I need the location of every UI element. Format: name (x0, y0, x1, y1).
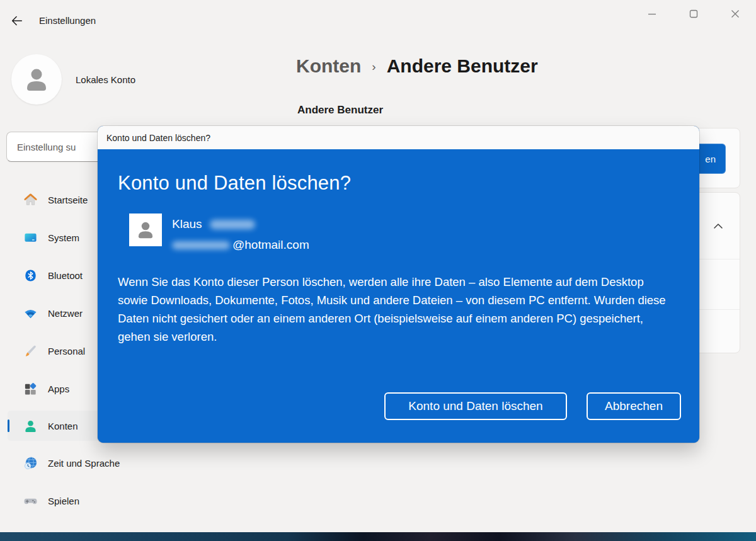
account-type-label: Lokales Konto (76, 74, 135, 85)
section-heading: Andere Benutzer (297, 104, 383, 117)
minimize-button[interactable] (631, 0, 673, 28)
system-icon (23, 230, 38, 245)
dialog-titlebar: Konto und Daten löschen? (98, 126, 699, 149)
person-icon (135, 219, 156, 241)
dialog-buttons: Konto und Daten löschen Abbrechen (384, 392, 681, 420)
search-text: Einstellung su (17, 142, 76, 152)
sidebar-item-label: Apps (48, 384, 69, 394)
sidebar-item-spielen[interactable]: Spielen (8, 486, 192, 516)
cancel-button[interactable]: Abbrechen (587, 392, 681, 420)
accounts-icon (23, 418, 38, 433)
sidebar-item-label: Bluetoot (48, 270, 83, 281)
minimize-icon (648, 9, 656, 18)
account-profile[interactable]: Lokales Konto (11, 54, 135, 105)
sidebar-item-label: Zeit und Sprache (48, 458, 120, 469)
redacted-email-local-part (172, 241, 230, 249)
desktop-wallpaper-strip (0, 532, 756, 541)
delete-account-and-data-button[interactable]: Konto und Daten löschen (384, 392, 567, 420)
page-title: Andere Benutzer (387, 55, 538, 77)
sidebar-item-label: System (48, 232, 79, 243)
dialog-user-first-name: Klaus (172, 217, 202, 231)
chevron-up-icon[interactable] (713, 221, 723, 232)
dialog-user-identity: Klaus @hotmail.com (172, 214, 309, 255)
breadcrumb-parent[interactable]: Konten (296, 55, 361, 77)
time-language-icon (23, 455, 38, 470)
dialog-heading: Konto und Daten löschen? (118, 172, 679, 195)
sidebar-item-label: Netzwer (48, 308, 83, 319)
close-icon (731, 9, 740, 18)
person-icon (22, 65, 51, 94)
avatar (11, 54, 62, 105)
window-controls (631, 0, 756, 28)
account-action-button-label: en (705, 154, 716, 164)
maximize-icon (689, 9, 698, 18)
sidebar-item-zeit-und-sprache[interactable]: Zeit und Sprache (8, 448, 192, 478)
bluetooth-icon (23, 268, 38, 283)
dialog-user-email-domain: @hotmail.com (232, 238, 309, 251)
dialog-user-name-line: Klaus (172, 214, 309, 234)
sidebar-item-label: Konten (48, 421, 78, 431)
app-title: Einstellungen (39, 15, 96, 26)
settings-window: Einstellungen Lokales Konto (0, 0, 756, 541)
back-button[interactable] (6, 10, 28, 31)
gaming-icon (23, 493, 38, 508)
sidebar-item-label: Startseite (48, 195, 88, 205)
sidebar-item-label: Spielen (48, 496, 79, 506)
maximize-button[interactable] (673, 0, 714, 28)
apps-icon (23, 381, 38, 396)
network-icon (23, 305, 38, 321)
sidebar-item-label: Personal (48, 346, 85, 356)
breadcrumb: Konten › Andere Benutzer (296, 55, 538, 77)
dialog-warning-text: Wenn Sie das Konto dieser Person löschen… (118, 273, 672, 346)
breadcrumb-separator-icon: › (372, 60, 375, 74)
delete-account-dialog: Konto und Daten löschen? Konto und Daten… (98, 126, 699, 443)
close-button[interactable] (714, 0, 756, 28)
dialog-avatar (129, 214, 162, 246)
redacted-last-name (210, 220, 255, 229)
dialog-body: Konto und Daten löschen? Klaus @hotmail.… (98, 149, 699, 443)
dialog-user-email-line: @hotmail.com (172, 234, 309, 255)
personalization-icon (23, 343, 38, 358)
dialog-user-row: Klaus @hotmail.com (129, 214, 679, 255)
back-arrow-icon (10, 14, 24, 28)
home-icon (23, 192, 38, 207)
